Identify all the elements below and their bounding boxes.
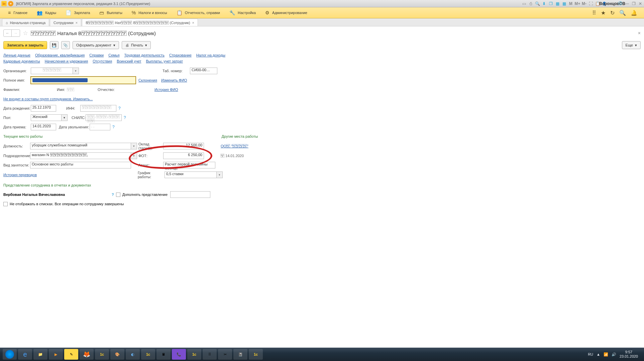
menu-staff[interactable]: 👥Кадры xyxy=(32,7,61,18)
edit-fio-link[interactable]: Изменить ФИО xyxy=(161,78,187,82)
subtab-certs[interactable]: Справки xyxy=(89,53,104,57)
taskbar-app4[interactable]: ✂ xyxy=(218,349,232,360)
fot-input[interactable]: 6 250,00 xyxy=(163,152,204,159)
preview-icon[interactable]: 🔍 xyxy=(535,1,540,6)
inn-input[interactable]: ᅠᅠᅠᅠᅠᅠᅠᅠ xyxy=(80,105,116,112)
menu-admin[interactable]: ⚙Администрирование xyxy=(260,7,312,18)
add-representation-checkbox[interactable] xyxy=(116,193,120,197)
history-fio-link[interactable]: История ФИО xyxy=(154,88,178,92)
save-and-close-button[interactable]: Записать и закрыть xyxy=(3,41,47,49)
taskbar-ie[interactable]: e xyxy=(18,349,32,360)
subtab-personal[interactable]: Личные данные xyxy=(3,53,30,57)
search-icon[interactable]: 🔍 xyxy=(619,10,626,16)
sex-dropdown-button[interactable]: ▾ xyxy=(62,114,68,121)
m-plus-icon[interactable]: M+ xyxy=(575,1,580,6)
taskbar-clock[interactable]: 9:57 23.01.2020 xyxy=(620,350,638,359)
taskbar-paint[interactable]: 🎨 xyxy=(110,349,124,360)
attach-button[interactable]: 📎 xyxy=(61,41,70,49)
menu-main[interactable]: ≡Главное xyxy=(3,7,32,18)
sex-select[interactable]: Женский xyxy=(31,114,62,121)
m-minus-icon[interactable]: M- xyxy=(582,1,586,6)
subtab-insurance[interactable]: Страхование xyxy=(169,53,192,57)
taskbar-calc[interactable]: 🖩 xyxy=(156,349,171,360)
org-select-button[interactable]: ▾ xyxy=(73,68,79,74)
transfer-history-link[interactable]: История переводов xyxy=(3,173,37,177)
close-panel-icon[interactable]: × xyxy=(638,30,641,36)
snils-help-icon[interactable]: ? xyxy=(124,115,126,120)
nav-forward-button[interactable]: → xyxy=(12,30,20,36)
employment-input[interactable]: Основное место работы xyxy=(30,162,131,168)
dept-input[interactable]: магазин N ᅠᅠᅠᅠᅠᅠᅠᅠᅠᅠ, xyxy=(30,152,131,159)
download-icon[interactable]: ⬇ xyxy=(542,1,546,6)
fullscreen-icon[interactable]: ⛶ xyxy=(588,1,593,6)
snils-input[interactable]: ᅠᅠ-ᅠᅠᅠ-ᅠᅠᅠ ᅠᅠ xyxy=(86,114,122,121)
fullname-input[interactable] xyxy=(31,77,136,84)
close-icon[interactable]: × xyxy=(192,21,194,25)
position-input[interactable]: уборщик служебных помещений xyxy=(30,143,131,149)
declension-link[interactable]: Склонения xyxy=(138,78,157,82)
tab-employee-card[interactable]: Вᅠᅠᅠᅠᅠᅠᅠ Натᅠᅠᅠ Вᅠᅠᅠᅠᅠᅠᅠᅠᅠ (Сотрудник) × xyxy=(82,19,198,26)
m-icon[interactable]: M xyxy=(568,1,573,6)
menu-settings[interactable]: 🔧Настройка xyxy=(225,7,260,18)
restore-icon[interactable]: ❐ xyxy=(631,1,636,6)
lang-indicator[interactable]: RU xyxy=(588,352,593,356)
schedule-input[interactable]: 0,5 ставки xyxy=(165,171,217,178)
copy-icon[interactable]: ❐ xyxy=(548,1,553,6)
save-button[interactable]: 💾 xyxy=(50,41,59,49)
subtab-hr-docs[interactable]: Кадровые документы xyxy=(3,59,40,63)
bell-icon[interactable]: 🔔 xyxy=(631,10,637,16)
advance-input[interactable]: Расчет первой половины месяца xyxy=(163,162,215,168)
salary-input[interactable]: 12 500,00 xyxy=(163,143,204,149)
print-icon[interactable]: ⎙ xyxy=(528,1,533,6)
taskbar-1c-2[interactable]: 1c xyxy=(141,349,155,360)
subtab-education[interactable]: Образование, квалификация xyxy=(35,53,85,57)
schedule-select-button[interactable]: ▾ xyxy=(217,171,223,178)
subtab-accruals[interactable]: Начисления и удержания xyxy=(45,59,88,63)
nav-back-button[interactable]: ← xyxy=(4,30,12,36)
tab-home[interactable]: ⌂ Начальная страница xyxy=(2,19,49,26)
subtab-family[interactable]: Семья xyxy=(108,53,119,57)
calendar-icon[interactable]: ▦ xyxy=(555,1,560,6)
taskbar-firefox[interactable]: 🦊 xyxy=(80,349,94,360)
taskbar-app3[interactable]: ⠿ xyxy=(203,349,217,360)
favorite-star-icon[interactable]: ☆ xyxy=(23,29,28,37)
hire-input[interactable]: 14.01.2020 xyxy=(31,124,56,130)
close-icon[interactable]: ✕ xyxy=(638,1,643,6)
apps-icon[interactable]: ⠿ xyxy=(592,10,596,16)
taskbar-notes[interactable]: 📓 xyxy=(233,349,247,360)
subtab-work[interactable]: Трудовая деятельность xyxy=(124,53,165,57)
history-icon[interactable]: ↻ xyxy=(610,10,615,16)
create-document-button[interactable]: Оформить документ▾ xyxy=(73,41,119,49)
star-icon[interactable]: ★ xyxy=(601,10,606,16)
org-input[interactable]: ᅠᅠᅠᅠᅠ xyxy=(31,68,73,74)
dob-input[interactable]: 25.12.1970 xyxy=(31,105,56,112)
print-button[interactable]: 🖨Печать▾ xyxy=(122,41,151,49)
other-org-link[interactable]: ООᅠ "ᅠᅠᅠᅠ" xyxy=(221,144,248,148)
minimize-icon[interactable]: — xyxy=(625,1,629,6)
taskbar-1c-4[interactable]: 1c xyxy=(249,349,263,360)
subtab-military[interactable]: Воинский учет xyxy=(117,59,141,63)
tray-flag-icon[interactable]: ▲ xyxy=(597,352,600,356)
group-membership-link[interactable]: Не входит в составы групп сотрудников. И… xyxy=(3,97,93,101)
info-icon[interactable]: ⓘ xyxy=(618,1,623,6)
hide-in-lists-checkbox[interactable] xyxy=(3,202,8,206)
taskbar-1c-1[interactable]: 1c xyxy=(95,349,109,360)
dept-select-button[interactable]: ▾ xyxy=(131,152,137,159)
dropdown-icon[interactable]: ▾ xyxy=(8,1,13,6)
more-button[interactable]: Еще▾ xyxy=(622,41,641,49)
menu-reports[interactable]: 📋Отчетность, справки xyxy=(172,7,225,18)
tray-volume-icon[interactable]: 🔊 xyxy=(612,352,616,357)
menu-payments[interactable]: 🗃Выплаты xyxy=(95,7,127,18)
fire-input[interactable]: . . xyxy=(90,124,110,130)
fire-help-icon[interactable]: ? xyxy=(112,125,115,129)
subtab-payroll[interactable]: Выплаты, учет затрат xyxy=(146,59,183,63)
tab-employees[interactable]: Сотрудники × xyxy=(50,19,81,26)
subtab-tax[interactable]: Налог на доходы xyxy=(196,53,225,57)
layout-icon[interactable]: ▭ xyxy=(522,1,526,6)
taskbar-app1[interactable]: ✎ xyxy=(64,349,78,360)
taskbar-media[interactable]: ▶ xyxy=(49,349,63,360)
representation-input[interactable] xyxy=(170,191,210,198)
tabno-input[interactable]: СИ00-00… xyxy=(190,68,217,74)
repr-help-icon[interactable]: ? xyxy=(112,193,114,197)
taskbar-explorer[interactable]: 📁 xyxy=(33,349,47,360)
